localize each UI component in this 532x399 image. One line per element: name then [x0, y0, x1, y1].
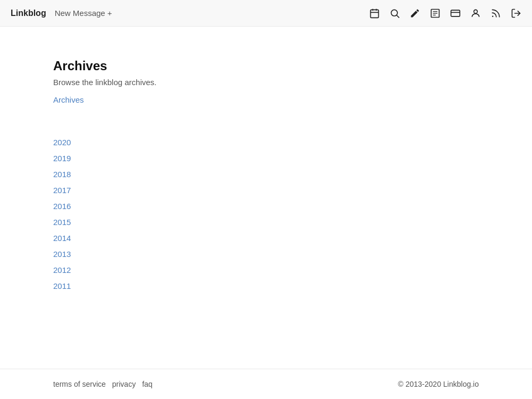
navbar-right: [369, 8, 521, 19]
edit-icon[interactable]: [410, 8, 420, 19]
calendar-icon[interactable]: [369, 8, 380, 19]
year-link[interactable]: 2020: [53, 136, 479, 149]
footer: terms of serviceprivacyfaq © 2013-2020 L…: [0, 369, 532, 399]
footer-link-terms-of-service[interactable]: terms of service: [53, 380, 106, 388]
footer-link-privacy[interactable]: privacy: [112, 380, 136, 388]
new-message-label: New Message: [55, 9, 105, 18]
search-icon[interactable]: [389, 8, 400, 19]
year-link[interactable]: 2017: [53, 184, 479, 197]
reader-icon[interactable]: [430, 8, 440, 19]
archives-link[interactable]: Archives: [53, 95, 84, 104]
logout-icon[interactable]: [511, 8, 521, 19]
svg-rect-10: [451, 10, 460, 16]
navbar-left: Linkblog New Message +: [11, 9, 112, 18]
brand-link[interactable]: Linkblog: [11, 9, 46, 18]
svg-line-5: [397, 15, 400, 18]
page-description: Browse the linkblog archives.: [53, 78, 479, 87]
year-link[interactable]: 2015: [53, 216, 479, 229]
year-link[interactable]: 2011: [53, 280, 479, 293]
year-list: 2020201920182017201620152014201320122011: [53, 136, 479, 293]
year-link[interactable]: 2016: [53, 200, 479, 213]
year-link[interactable]: 2014: [53, 232, 479, 245]
year-link[interactable]: 2018: [53, 168, 479, 181]
navbar: Linkblog New Message +: [0, 0, 532, 27]
year-link[interactable]: 2012: [53, 264, 479, 277]
footer-link-faq[interactable]: faq: [142, 380, 152, 388]
new-message-button[interactable]: New Message +: [55, 9, 112, 18]
footer-links: terms of serviceprivacyfaq: [53, 380, 153, 388]
svg-point-12: [474, 10, 478, 13]
page-title: Archives: [53, 59, 479, 73]
footer-copyright: © 2013-2020 Linkblog.io: [398, 380, 479, 388]
new-message-plus-icon: +: [107, 9, 112, 18]
svg-point-4: [391, 10, 397, 16]
svg-rect-0: [371, 10, 379, 18]
year-link[interactable]: 2019: [53, 152, 479, 165]
card-icon[interactable]: [450, 8, 461, 19]
year-link[interactable]: 2013: [53, 248, 479, 261]
user-icon[interactable]: [470, 8, 481, 19]
main-content: Archives Browse the linkblog archives. A…: [0, 27, 532, 335]
svg-point-13: [492, 15, 494, 17]
rss-icon[interactable]: [491, 8, 501, 19]
